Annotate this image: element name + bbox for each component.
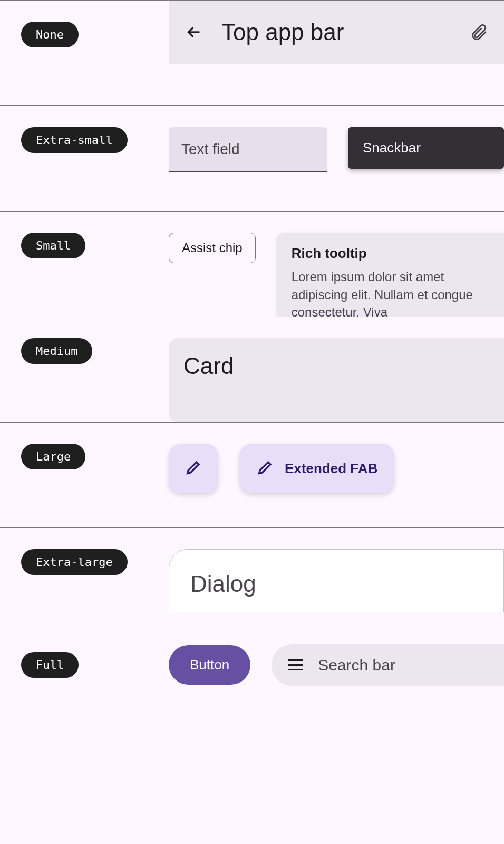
filled-button[interactable]: Button	[169, 645, 250, 685]
extended-fab[interactable]: Extended FAB	[239, 444, 394, 493]
label-pill-none: None	[21, 22, 79, 47]
text-field-label: Text field	[181, 141, 314, 158]
extended-fab-label: Extended FAB	[285, 461, 377, 477]
label-pill-extra-small: Extra-small	[21, 127, 128, 153]
dialog: Dialog	[169, 549, 504, 612]
row-extra-large: Extra-large Dialog	[0, 528, 504, 612]
search-placeholder: Search bar	[318, 656, 395, 674]
edit-icon	[256, 458, 274, 478]
label-pill-full: Full	[21, 652, 79, 678]
app-bar-title: Top app bar	[221, 19, 451, 45]
card-title: Card	[183, 353, 489, 379]
card[interactable]: Card	[169, 338, 504, 422]
row-none: None Top app bar	[0, 0, 504, 106]
assist-chip[interactable]: Assist chip	[169, 233, 256, 263]
snackbar: Snackbar	[348, 127, 504, 169]
text-field[interactable]: Text field	[169, 127, 327, 172]
fab[interactable]	[169, 444, 218, 493]
attachment-icon[interactable]	[466, 20, 491, 45]
row-large: Large Extended FAB	[0, 422, 504, 528]
label-pill-small: Small	[21, 233, 85, 258]
label-pill-large: Large	[21, 444, 85, 469]
search-bar[interactable]: Search bar	[272, 644, 504, 686]
row-extra-small: Extra-small Text field Snackbar	[0, 106, 504, 211]
snackbar-label: Snackbar	[363, 140, 421, 156]
label-pill-extra-large: Extra-large	[21, 549, 128, 575]
top-app-bar: Top app bar	[169, 1, 504, 64]
dialog-title: Dialog	[190, 571, 482, 597]
tooltip-body: Lorem ipsum dolor sit amet adipiscing el…	[292, 268, 489, 316]
menu-icon[interactable]	[288, 659, 303, 670]
rich-tooltip: Rich tooltip Lorem ipsum dolor sit amet …	[277, 233, 504, 316]
row-full: Full Button Search bar	[0, 612, 504, 717]
row-small: Small Assist chip Rich tooltip Lorem ips…	[0, 211, 504, 316]
edit-icon	[185, 458, 202, 478]
assist-chip-label: Assist chip	[182, 241, 243, 255]
label-pill-medium: Medium	[21, 338, 92, 364]
back-arrow-icon[interactable]	[181, 20, 207, 45]
button-label: Button	[190, 657, 229, 673]
row-medium: Medium Card	[0, 316, 504, 422]
tooltip-title: Rich tooltip	[292, 245, 489, 262]
